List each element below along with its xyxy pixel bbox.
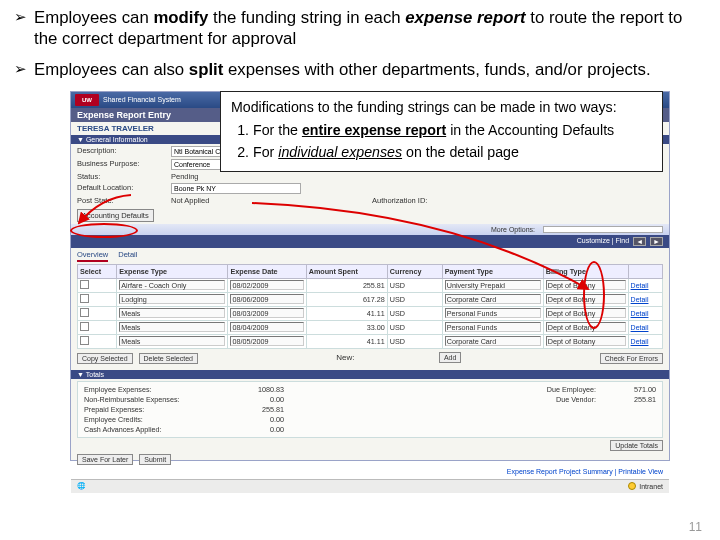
submit-button[interactable]: Submit <box>139 454 171 465</box>
more-options-dropdown[interactable] <box>543 226 663 233</box>
table-row: Lodging08/06/2009617.28USDCorporate Card… <box>78 292 663 306</box>
logo-text: Shared Financial System <box>103 96 181 103</box>
totals-v4: 0.00 <box>224 415 284 424</box>
detail-link[interactable]: Detail <box>631 282 649 289</box>
expense-date-field[interactable]: 08/04/2009 <box>230 322 303 332</box>
add-button[interactable]: Add <box>439 352 461 363</box>
amount-cell: 41.11 <box>306 306 387 320</box>
delete-selected-button[interactable]: Delete Selected <box>139 353 198 364</box>
payment-type-dropdown[interactable]: Personal Funds <box>445 308 541 318</box>
billing-type-dropdown[interactable]: Dept of Botany <box>546 336 626 346</box>
grid-toolbar: Customize | Find ◄ ► <box>71 235 669 248</box>
callout-item-1: For the entire expense report in the Acc… <box>253 121 652 140</box>
totals-v5: 0.00 <box>224 425 284 434</box>
row-checkbox[interactable] <box>80 294 89 303</box>
row-checkbox[interactable] <box>80 280 89 289</box>
bullet-2: ➢ Employees can also split expenses with… <box>14 60 706 81</box>
intranet-icon <box>628 482 636 490</box>
currency-cell: USD <box>387 278 442 292</box>
totals-l2: Non-Reimbursable Expenses: <box>84 395 224 404</box>
page-number: 11 <box>689 520 702 534</box>
currency-cell: USD <box>387 292 442 306</box>
embedded-screenshot: UW Shared Financial System Expense Repor… <box>70 91 670 461</box>
expense-date-field[interactable]: 08/02/2009 <box>230 280 303 290</box>
expense-date-field[interactable]: 08/06/2009 <box>230 294 303 304</box>
new-label: New: <box>336 353 354 362</box>
totals-panel: Employee Expenses:1080.83 Due Employee:5… <box>77 381 663 438</box>
status-left-icon: 🌐 <box>77 482 86 490</box>
copy-selected-button[interactable]: Copy Selected <box>77 353 133 364</box>
amount-cell: 255.81 <box>306 278 387 292</box>
grid-first-icon[interactable]: ◄ <box>633 237 646 246</box>
bullet-marker: ➢ <box>14 60 30 81</box>
label-auth-id: Authorization ID: <box>372 196 462 205</box>
expense-date-field[interactable]: 08/05/2009 <box>230 336 303 346</box>
check-errors-button[interactable]: Check For Errors <box>600 353 663 364</box>
more-options-bar: More Options: <box>71 224 669 235</box>
table-row: Meals08/03/200941.11USDPersonal FundsDep… <box>78 306 663 320</box>
payment-type-dropdown[interactable]: Corporate Card <box>445 294 541 304</box>
col-billing-type: Billing Type <box>543 264 628 278</box>
billing-type-dropdown[interactable]: Dept of Botany <box>546 280 626 290</box>
currency-cell: USD <box>387 334 442 348</box>
callout-box: Modifications to the funding strings can… <box>220 91 663 173</box>
totals-rv1: 571.00 <box>596 385 656 394</box>
tab-detail[interactable]: Detail <box>118 250 137 262</box>
billing-type-dropdown[interactable]: Dept of Botany <box>546 322 626 332</box>
browser-status-bar: 🌐 Intranet <box>71 479 669 493</box>
totals-l4: Employee Credits: <box>84 415 224 424</box>
amount-cell: 617.28 <box>306 292 387 306</box>
footer-links[interactable]: Expense Report Project Summary | Printab… <box>71 468 669 479</box>
row-checkbox[interactable] <box>80 308 89 317</box>
label-status: Status: <box>77 172 167 181</box>
table-row: Meals08/05/200941.11USDCorporate CardDep… <box>78 334 663 348</box>
default-location-field[interactable] <box>171 183 301 194</box>
callout-item-2: For individual expenses on the detail pa… <box>253 143 652 162</box>
expense-type-dropdown[interactable]: Meals <box>119 322 225 332</box>
detail-link[interactable]: Detail <box>631 296 649 303</box>
accounting-defaults-button[interactable]: Accounting Defaults <box>77 209 154 222</box>
row-checkbox[interactable] <box>80 322 89 331</box>
section-header-totals[interactable]: ▼ Totals <box>71 370 669 379</box>
col-payment-type: Payment Type <box>442 264 543 278</box>
label-post-state: Post State: <box>77 196 167 205</box>
totals-r2: Due Vendor: <box>284 395 596 404</box>
payment-type-dropdown[interactable]: University Prepaid <box>445 280 541 290</box>
expense-date-field[interactable]: 08/03/2009 <box>230 308 303 318</box>
billing-type-dropdown[interactable]: Dept of Botany <box>546 308 626 318</box>
billing-type-dropdown[interactable]: Dept of Botany <box>546 294 626 304</box>
totals-l3: Prepaid Expenses: <box>84 405 224 414</box>
payment-type-dropdown[interactable]: Personal Funds <box>445 322 541 332</box>
table-row: Meals08/04/200933.00USDPersonal FundsDep… <box>78 320 663 334</box>
table-row: Airfare - Coach Only08/02/2009255.81USDU… <box>78 278 663 292</box>
totals-r1: Due Employee: <box>284 385 596 394</box>
payment-type-dropdown[interactable]: Corporate Card <box>445 336 541 346</box>
detail-link[interactable]: Detail <box>631 310 649 317</box>
currency-cell: USD <box>387 320 442 334</box>
tab-overview[interactable]: Overview <box>77 250 108 262</box>
expense-type-dropdown[interactable]: Airfare - Coach Only <box>119 280 225 290</box>
expense-grid: Select Expense Type Expense Date Amount … <box>77 264 663 349</box>
col-currency: Currency <box>387 264 442 278</box>
col-expense-date: Expense Date <box>228 264 306 278</box>
expense-type-dropdown[interactable]: Lodging <box>119 294 225 304</box>
update-totals-button[interactable]: Update Totals <box>610 440 663 451</box>
grid-nav-text[interactable]: Customize | Find <box>577 237 629 246</box>
detail-link[interactable]: Detail <box>631 338 649 345</box>
detail-link[interactable]: Detail <box>631 324 649 331</box>
expense-type-dropdown[interactable]: Meals <box>119 336 225 346</box>
label-description: Description: <box>77 146 167 157</box>
intranet-label: Intranet <box>639 483 663 490</box>
col-amount: Amount Spent <box>306 264 387 278</box>
uw-logo: UW <box>75 94 99 106</box>
amount-cell: 33.00 <box>306 320 387 334</box>
totals-v3: 255.81 <box>224 405 284 414</box>
expense-type-dropdown[interactable]: Meals <box>119 308 225 318</box>
row-checkbox[interactable] <box>80 336 89 345</box>
save-button[interactable]: Save For Later <box>77 454 133 465</box>
grid-last-icon[interactable]: ► <box>650 237 663 246</box>
status-value: Pending <box>171 172 368 181</box>
callout-intro: Modifications to the funding strings can… <box>231 98 652 117</box>
more-options-label: More Options: <box>491 226 535 233</box>
subtabs: Overview Detail <box>71 248 669 264</box>
